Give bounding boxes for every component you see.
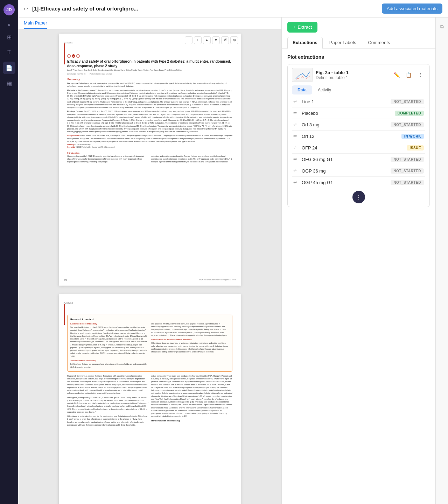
implications-label: Implications of all the available eviden… [151,338,229,341]
status-badge-7: NOT_STARTED [391,180,424,185]
pdf-paper-title: Efficacy and safety of oral orforglipron… [67,59,232,68]
expand-button[interactable]: » [4,21,14,28]
rotate-btn[interactable]: ↺ [221,36,229,44]
pdf-page2-section: Articles [64,301,73,305]
figure-def: Definition: table 1 [316,75,389,80]
pdf-page-url: www.thelancet.com Vol 402 August 5, 2023 [199,279,236,281]
pdf-interpretation: Interpretation In this phase 2 trial the… [67,134,232,143]
extraction-item: ⇌ OFG 36 mg G1 NOT_STARTED [292,154,425,165]
plot-extractions-title: Plot extractions [287,54,430,60]
tab-paper-labels[interactable]: Paper Labels [324,37,362,48]
figure-actions: ✏️ 📋 ⋮ [392,70,425,80]
pdf-section-label: Articles [64,41,73,44]
pdf-copyright: Copyright © 2023 Published by Elsevier L… [67,146,232,149]
sidebar-item-table[interactable]: ▦ [3,77,15,90]
randomisation-col2: active comparator. This study was conduc… [151,374,232,418]
added-value-label: Added value of this study [70,359,148,362]
svg-rect-0 [292,68,313,82]
prev-page-btn[interactable]: ▲ [203,36,211,44]
avatar: JD [4,4,15,15]
pdf-toolbar: − + ▲ ▼ ↺ ⊕ [185,36,238,44]
added-text: In this phase 2 study, we compared oral … [70,363,148,369]
far-right-panel: ⧉ [435,18,448,504]
extraction-item: ⇌ OGP 36 mg NOT_STARTED [292,165,425,177]
tab-comments[interactable]: Comments [363,37,395,48]
pdf-meta: Lancet 2023; 402: 472–83 Published Onlin… [67,73,232,75]
data-activity-tabs: Data Activity [292,85,425,94]
pdf-icons-row: ○ ● ○ [67,54,232,58]
tab-activity[interactable]: Activity [312,85,337,94]
extraction-label-4: OFP 24 [302,145,404,150]
zoom-in-btn[interactable]: + [194,36,202,44]
pdf-page2-col1: Ragnarod, Denmark), a peptide that is co… [67,374,148,426]
extraction-label-3: Orf 12 [302,134,399,139]
extraction-list: ⇌ Line 1 NOT_STARTED ⇌ Placebo COMPLETED… [292,96,425,188]
back-button[interactable]: ↩ [24,6,28,12]
top-header: ↩ [1]-Efficacy and safety of oral orforg… [18,0,448,18]
intro-text-3: Orforglipron is under development for th… [67,415,148,426]
figure-card-header: Fig. 2a - table 1 Definition: table 1 ✏️… [292,68,425,82]
copy-figure-button[interactable]: 📋 [404,70,413,80]
col2-text: and placebo. We showed that this novel, … [151,322,229,337]
plus-icon: + [293,24,296,30]
extraction-label-1: Placebo [302,111,392,116]
panel-tabs: Extractions Paper Labels Comments [287,37,430,48]
evidence-text: We searched PubMed on Jan 9, 2023, using… [70,326,148,358]
pdf-page2-content: Ragnarod, Denmark), a peptide that is co… [67,374,232,426]
extraction-item: ⇌ Line 1 NOT_STARTED [292,96,425,107]
pdf-background: Background Orforglipron, an oral, non-pe… [67,82,232,88]
pdf-viewer[interactable]: Main Paper − + ▲ ▼ ↺ ⊕ Articles ○ ● [18,18,281,504]
link-icon-5: ⇌ [293,156,299,162]
tab-extractions[interactable]: Extractions [287,37,323,49]
pdf-authors: Juan P Frias, Stanley Hsia, Sarah Eyde, … [67,69,232,72]
filter-icon[interactable]: ⧉ [437,22,447,31]
extraction-label-5: OFG 36 mg G1 [302,157,388,162]
icon-filled-circle: ● [72,54,75,58]
link-icon-0: ⇌ [293,99,299,104]
pdf-intro-col1: Glucagon-like peptide 1 (GLP-1) receptor… [67,155,148,163]
extraction-item: ⇌ OGP 45 mg G1 NOT_STARTED [292,177,425,188]
tab-data[interactable]: Data [292,85,312,94]
extraction-item: ⇌ Orf 12 IN WORK [292,131,425,142]
research-context-box: Research in context Evidence before this… [67,315,232,372]
extraction-label-6: OGP 36 mg [302,168,388,174]
figure-info: Fig. 2a - table 1 Definition: table 1 [316,70,389,80]
sidebar-item-text[interactable]: T [3,46,15,59]
icon-open-circle-2: ○ [76,54,80,58]
status-badge-5: NOT_STARTED [391,157,424,162]
more-button[interactable]: ⋮ [352,191,365,203]
research-col1: Evidence before this study We searched P… [70,322,148,369]
status-badge-1: COMPLETED [395,111,424,116]
back-icon: ↩ [24,6,28,12]
red-accent-bar-2 [64,304,65,325]
edit-figure-button[interactable]: ✏️ [392,70,401,80]
extraction-label-2: Orf 3 mg [302,122,388,127]
add-materials-button[interactable]: Add associated materials [382,4,442,14]
next-page-btn[interactable]: ▼ [212,36,220,44]
main-paper-tab[interactable]: Main Paper [24,18,47,29]
research-context-title: Research in context [70,318,229,321]
research-col2: and placebo. We showed that this novel, … [151,322,229,369]
icon-open-circle: ○ [67,54,71,58]
sidebar-item-grid[interactable]: ⊞ [3,31,15,43]
pdf-intro-col2: reduction and cardiovascular benefits. A… [151,155,232,163]
randomisation-text: Ragnarod, Denmark), a peptide that is co… [67,374,148,395]
pdf-page2-col2: active comparator. This study was conduc… [151,374,232,426]
pdf-intro-cols: Glucagon-like peptide 1 (GLP-1) receptor… [67,155,232,163]
sidebar-item-docs[interactable]: 📄 [3,62,15,74]
zoom-out-btn[interactable]: − [185,36,192,44]
research-context-cols: Evidence before this study We searched P… [70,322,229,369]
more-figure-button[interactable]: ⋮ [415,70,425,80]
pdf-intro-label: Introduction [67,152,232,154]
extract-button[interactable]: + Extract [287,22,317,33]
right-panel: + Extract Extractions Paper Labels Comme… [281,18,435,504]
left-sidebar: JD » ⊞ T 📄 ▦ [0,0,18,504]
link-icon-2: ⇌ [293,122,299,127]
status-badge-6: NOT_STARTED [391,168,424,174]
implications-text: Orforglipron does not have food or water… [151,342,229,353]
right-panel-header: + Extract Extractions Paper Labels Comme… [282,18,435,49]
more-extractions: ⋮ [292,191,425,203]
fit-btn[interactable]: ⊕ [230,36,238,44]
intro-text-2: Orforglipron, danuglipron (PF-06882961, … [67,396,148,414]
pdf-funding: Funding Eli Lilly and Company. [67,144,232,146]
